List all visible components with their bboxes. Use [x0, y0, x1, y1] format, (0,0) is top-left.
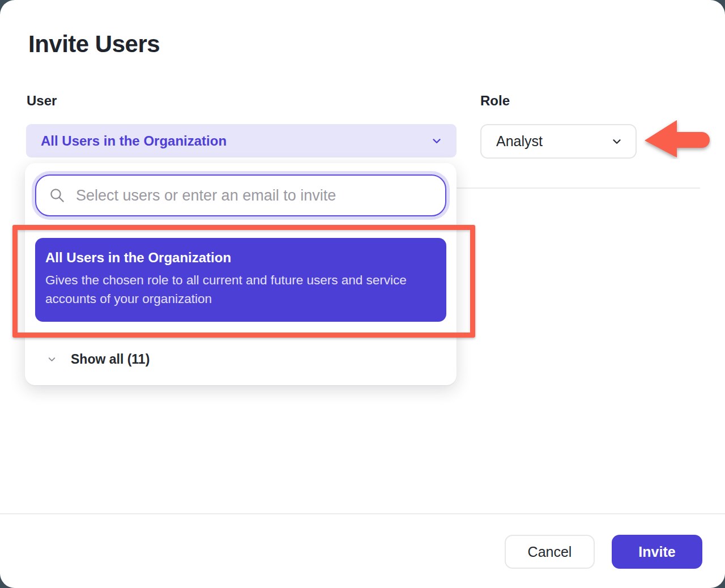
annotation-arrow-icon: [642, 118, 711, 159]
show-all-label: Show all (11): [71, 352, 150, 367]
user-select-trigger[interactable]: All Users in the Organization: [26, 124, 457, 157]
option-all-users[interactable]: All Users in the Organization Gives the …: [35, 238, 446, 322]
show-all-toggle[interactable]: Show all (11): [25, 346, 457, 373]
user-selected-value: All Users in the Organization: [41, 133, 430, 149]
invite-button[interactable]: Invite: [612, 535, 702, 569]
option-title: All Users in the Organization: [45, 250, 436, 266]
chevron-down-icon: [46, 354, 57, 365]
footer-divider: [0, 513, 725, 514]
user-search-input[interactable]: [75, 186, 434, 205]
chevron-down-icon: [430, 135, 443, 147]
chevron-down-icon: [611, 135, 623, 148]
role-select[interactable]: Analyst: [480, 124, 637, 159]
role-selected-value: Analyst: [496, 133, 611, 150]
search-icon: [49, 187, 66, 204]
role-field-label: Role: [480, 93, 510, 109]
user-field-label: User: [27, 93, 57, 109]
user-search-box: [35, 174, 446, 216]
page-background: Invite Users User All Users in the Organ…: [0, 0, 725, 588]
invite-users-dialog: Invite Users User All Users in the Organ…: [0, 0, 725, 588]
user-dropdown-panel: All Users in the Organization Gives the …: [25, 163, 457, 385]
dialog-title: Invite Users: [28, 31, 160, 58]
option-description: Gives the chosen role to all current and…: [45, 271, 435, 308]
cancel-button[interactable]: Cancel: [505, 535, 595, 569]
